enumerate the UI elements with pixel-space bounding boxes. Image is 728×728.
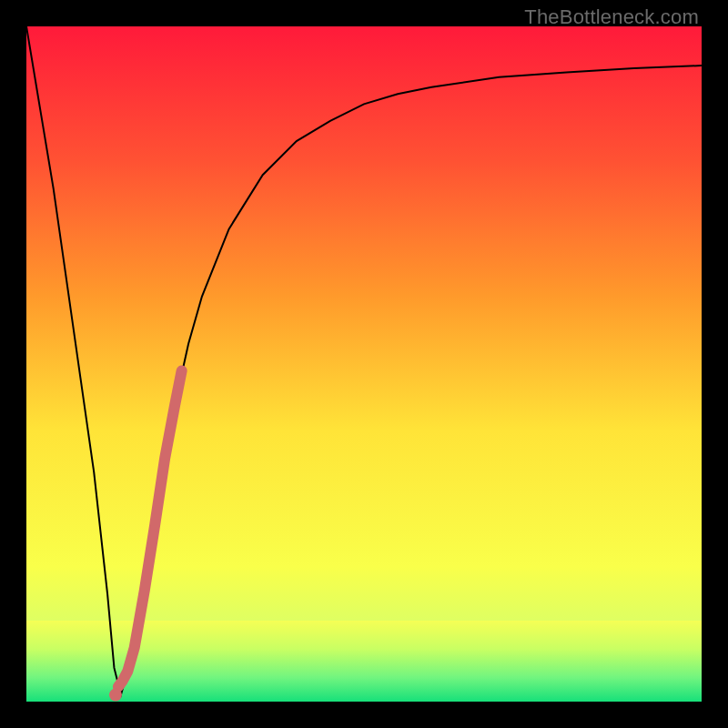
- highlight-dot: [109, 689, 122, 702]
- watermark: TheBottleneck.com: [524, 5, 699, 29]
- chart-svg: [26, 26, 702, 702]
- heatmap-background: [26, 26, 702, 702]
- plot-area: [26, 26, 702, 702]
